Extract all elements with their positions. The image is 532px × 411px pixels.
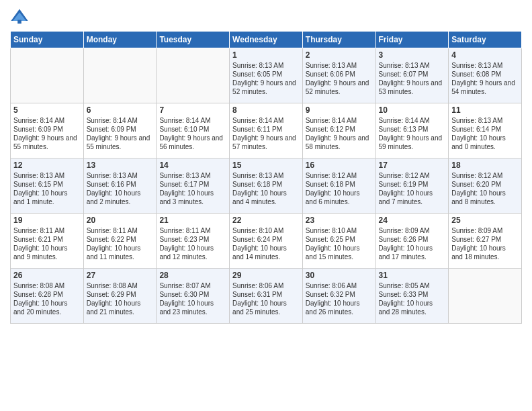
cell-content-line: Sunrise: 8:14 AM [232,116,300,125]
week-row-3: 12Sunrise: 8:13 AMSunset: 6:15 PMDayligh… [11,158,522,214]
cell-content-line: Sunset: 6:27 PM [451,235,519,244]
cell-content-line: Sunset: 6:19 PM [379,180,446,189]
day-number: 8 [232,105,300,115]
cell-content-line: Daylight: 10 hours and 20 minutes. [13,299,81,316]
cell-content-line: Sunrise: 8:11 AM [13,226,81,235]
cell-content-line: Sunset: 6:08 PM [451,70,519,79]
cell-content-line: Daylight: 10 hours and 26 minutes. [306,299,373,316]
cell-content-line: Sunrise: 8:11 AM [87,226,154,235]
cell-content-line: Daylight: 10 hours and 6 minutes. [306,189,373,206]
weekday-header-wednesday: Wednesday [230,32,303,48]
weekday-header-tuesday: Tuesday [157,32,230,48]
day-number: 11 [451,105,519,115]
cell-content-line: Sunset: 6:25 PM [306,235,373,244]
day-number: 22 [232,216,300,225]
cell-content-line: Sunrise: 8:13 AM [87,171,154,180]
cell-content-line: Sunset: 6:09 PM [87,125,154,134]
day-number: 13 [87,161,154,170]
calendar-cell: 30Sunrise: 8:06 AMSunset: 6:32 PMDayligh… [302,269,375,324]
day-number: 1 [232,50,300,60]
day-number: 10 [379,105,446,115]
calendar-cell: 2Sunrise: 8:13 AMSunset: 6:06 PMDaylight… [302,48,375,103]
svg-rect-3 [17,20,21,24]
cell-content-line: Daylight: 9 hours and 56 minutes. [159,134,226,151]
cell-content-line: Sunset: 6:05 PM [232,70,300,79]
cell-content-line: Sunset: 6:30 PM [159,290,226,299]
day-number: 7 [159,105,226,115]
cell-content-line: Sunset: 6:15 PM [13,180,81,189]
calendar-cell: 28Sunrise: 8:07 AMSunset: 6:30 PMDayligh… [157,269,230,324]
week-row-4: 19Sunrise: 8:11 AMSunset: 6:21 PMDayligh… [11,214,522,269]
day-number: 21 [159,216,226,225]
cell-content-line: Daylight: 10 hours and 0 minutes. [451,134,519,151]
cell-content-line: Sunrise: 8:06 AM [306,281,373,290]
cell-content-line: Daylight: 10 hours and 8 minutes. [451,189,519,206]
cell-content-line: Sunset: 6:18 PM [232,180,300,189]
cell-content-line: Daylight: 10 hours and 18 minutes. [451,244,519,261]
cell-content-line: Sunrise: 8:13 AM [13,171,81,180]
cell-content-line: Sunset: 6:07 PM [379,70,446,79]
calendar-cell: 26Sunrise: 8:08 AMSunset: 6:28 PMDayligh… [11,269,84,324]
cell-content-line: Sunset: 6:12 PM [306,125,373,134]
cell-content-line: Sunset: 6:23 PM [159,235,226,244]
day-number: 20 [87,216,154,225]
cell-content-line: Sunset: 6:24 PM [232,235,300,244]
cell-content-line: Sunrise: 8:13 AM [232,171,300,180]
calendar-cell: 18Sunrise: 8:12 AMSunset: 6:20 PMDayligh… [449,158,522,214]
cell-content-line: Sunrise: 8:11 AM [159,226,226,235]
cell-content-line: Daylight: 9 hours and 52 minutes. [306,79,373,96]
cell-content-line: Sunset: 6:09 PM [13,125,81,134]
calendar-cell: 7Sunrise: 8:14 AMSunset: 6:10 PMDaylight… [157,103,230,158]
cell-content-line: Sunrise: 8:13 AM [306,61,373,70]
cell-content-line: Sunset: 6:22 PM [87,235,154,244]
cell-content-line: Daylight: 10 hours and 11 minutes. [87,244,154,261]
calendar-cell: 8Sunrise: 8:14 AMSunset: 6:11 PMDaylight… [230,103,303,158]
day-number: 29 [232,271,300,280]
cell-content-line: Sunrise: 8:14 AM [87,116,154,125]
cell-content-line: Sunrise: 8:08 AM [13,281,81,290]
calendar-cell: 19Sunrise: 8:11 AMSunset: 6:21 PMDayligh… [11,214,84,269]
cell-content-line: Sunset: 6:11 PM [232,125,300,134]
weekday-header-friday: Friday [375,32,449,48]
calendar-cell: 27Sunrise: 8:08 AMSunset: 6:29 PMDayligh… [83,269,157,324]
cell-content-line: Sunrise: 8:10 AM [232,226,300,235]
cell-content-line: Daylight: 9 hours and 57 minutes. [232,134,300,151]
cell-content-line: Sunrise: 8:06 AM [232,281,300,290]
cell-content-line: Sunrise: 8:05 AM [379,281,446,290]
cell-content-line: Daylight: 10 hours and 12 minutes. [159,244,226,261]
calendar-cell: 3Sunrise: 8:13 AMSunset: 6:07 PMDaylight… [375,48,449,103]
calendar-cell: 24Sunrise: 8:09 AMSunset: 6:26 PMDayligh… [375,214,449,269]
day-number: 19 [13,216,81,225]
calendar-cell: 21Sunrise: 8:11 AMSunset: 6:23 PMDayligh… [157,214,230,269]
cell-content-line: Sunset: 6:33 PM [379,290,446,299]
cell-content-line: Sunset: 6:29 PM [87,290,154,299]
cell-content-line: Daylight: 9 hours and 55 minutes. [13,134,81,151]
day-number: 17 [379,161,446,170]
calendar-cell [11,48,84,103]
cell-content-line: Sunset: 6:21 PM [13,235,81,244]
cell-content-line: Daylight: 10 hours and 3 minutes. [159,189,226,206]
calendar-cell: 31Sunrise: 8:05 AMSunset: 6:33 PMDayligh… [375,269,449,324]
week-row-5: 26Sunrise: 8:08 AMSunset: 6:28 PMDayligh… [11,269,522,324]
cell-content-line: Sunset: 6:13 PM [379,125,446,134]
calendar-cell: 17Sunrise: 8:12 AMSunset: 6:19 PMDayligh… [375,158,449,214]
cell-content-line: Sunset: 6:17 PM [159,180,226,189]
calendar-cell [157,48,230,103]
cell-content-line: Daylight: 10 hours and 17 minutes. [379,244,446,261]
cell-content-line: Sunrise: 8:14 AM [379,116,446,125]
cell-content-line: Daylight: 10 hours and 21 minutes. [87,299,154,316]
cell-content-line: Sunset: 6:16 PM [87,180,154,189]
week-row-1: 1Sunrise: 8:13 AMSunset: 6:05 PMDaylight… [11,48,522,103]
weekday-header-sunday: Sunday [11,32,84,48]
day-number: 24 [379,216,446,225]
cell-content-line: Sunrise: 8:10 AM [306,226,373,235]
cell-content-line: Sunset: 6:06 PM [306,70,373,79]
weekday-header-thursday: Thursday [302,32,375,48]
cell-content-line: Sunset: 6:14 PM [451,125,519,134]
weekday-header-monday: Monday [83,32,157,48]
calendar-cell: 20Sunrise: 8:11 AMSunset: 6:22 PMDayligh… [83,214,157,269]
calendar-cell: 22Sunrise: 8:10 AMSunset: 6:24 PMDayligh… [230,214,303,269]
calendar-cell: 25Sunrise: 8:09 AMSunset: 6:27 PMDayligh… [449,214,522,269]
day-number: 23 [306,216,373,225]
cell-content-line: Sunrise: 8:13 AM [379,61,446,70]
